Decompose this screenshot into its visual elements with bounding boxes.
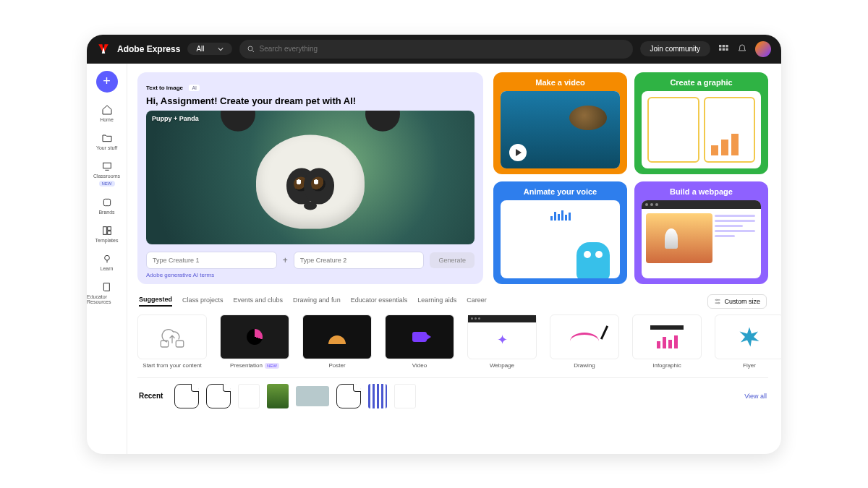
waveform-icon	[544, 205, 577, 223]
svg-rect-8	[719, 48, 721, 50]
custom-size-label: Custom size	[724, 298, 760, 305]
brand-label: Adobe Express	[117, 44, 180, 54]
card-animate-voice[interactable]: Animate your voice	[493, 181, 627, 284]
recent-item[interactable]	[238, 384, 260, 408]
view-all-link[interactable]: View all	[744, 393, 767, 400]
sidebar-item-home[interactable]: Home	[87, 101, 127, 125]
tab-educator-essentials[interactable]: Educator essentials	[351, 296, 408, 306]
svg-rect-16	[107, 231, 111, 234]
sidebar-item-brands[interactable]: Brands	[87, 194, 127, 218]
recent-item[interactable]	[174, 384, 199, 408]
brands-icon	[101, 197, 113, 208]
tpl-poster[interactable]: Poster	[302, 314, 372, 369]
recent-item[interactable]	[336, 384, 361, 408]
svg-rect-24	[176, 341, 184, 347]
templates-row: Start from your content PresentationNEW …	[137, 314, 768, 369]
chevron-down-icon	[218, 46, 224, 52]
tab-suggested[interactable]: Suggested	[139, 296, 172, 307]
apps-grid-icon[interactable]	[718, 43, 729, 55]
new-badge: NEW	[265, 363, 279, 369]
tpl-drawing[interactable]: Drawing	[550, 314, 619, 369]
new-badge: NEW	[99, 181, 115, 187]
tti-preview-label: Puppy + Panda	[152, 115, 199, 122]
tti-inputs: + Generate	[146, 252, 475, 269]
recent-item[interactable]	[368, 384, 387, 408]
recent-label: Recent	[139, 392, 163, 400]
recent-item[interactable]	[394, 384, 416, 408]
generate-button[interactable]: Generate	[430, 252, 475, 268]
svg-marker-25	[740, 327, 760, 346]
app-window: Adobe Express All Join community + Home …	[87, 35, 781, 454]
adobe-logo-icon	[97, 43, 110, 56]
body: + Home Your stuff Classrooms NEW Brands …	[87, 64, 781, 454]
svg-rect-5	[719, 45, 721, 47]
tpl-video[interactable]: Video	[385, 314, 454, 369]
folder-icon	[101, 132, 113, 144]
card-create-graphic[interactable]: Create a graphic	[634, 72, 768, 175]
card-title: Build a webpage	[642, 187, 761, 196]
sidebar-item-learn[interactable]: Learn	[87, 250, 127, 274]
bell-icon[interactable]	[736, 43, 748, 55]
tab-class-projects[interactable]: Class projects	[182, 296, 224, 306]
templates-icon	[101, 225, 113, 236]
sidebar-item-educator-resources[interactable]: Educator Resources	[87, 278, 127, 307]
tti-headline: Hi, Assignment! Create your dream pet wi…	[146, 95, 475, 106]
ai-terms-link[interactable]: Adobe generative AI terms	[146, 272, 475, 278]
pen-icon	[600, 325, 608, 339]
search-bar[interactable]	[239, 40, 633, 59]
tab-learning-aids[interactable]: Learning aids	[417, 296, 456, 306]
svg-line-4	[252, 50, 254, 52]
main-content: Text to image AI Hi, Assignment! Create …	[127, 64, 781, 454]
tpl-start-from-content[interactable]: Start from your content	[137, 314, 207, 369]
sidebar: + Home Your stuff Classrooms NEW Brands …	[87, 64, 127, 454]
pie-chart-icon	[247, 329, 263, 345]
svg-rect-14	[103, 226, 106, 234]
sidebar-item-classrooms[interactable]: Classrooms NEW	[87, 158, 127, 189]
recent-item[interactable]	[296, 386, 329, 406]
filter-dropdown[interactable]: All	[187, 43, 231, 55]
hero-row: Text to image AI Hi, Assignment! Create …	[137, 72, 768, 284]
sidebar-item-templates[interactable]: Templates	[87, 222, 127, 246]
tpl-label: Poster	[328, 362, 345, 369]
sidebar-item-label: Classrooms	[93, 174, 120, 179]
learn-icon	[101, 253, 113, 265]
classroom-icon	[101, 160, 113, 172]
search-input[interactable]	[260, 45, 626, 53]
tti-tag: Text to image	[146, 85, 183, 91]
sidebar-item-your-stuff[interactable]: Your stuff	[87, 129, 127, 153]
tpl-presentation[interactable]: PresentationNEW	[220, 314, 289, 369]
card-build-webpage[interactable]: Build a webpage	[634, 181, 768, 284]
card-title: Make a video	[501, 78, 620, 87]
recent-row: Recent View all	[137, 377, 768, 414]
join-community-button[interactable]: Join community	[640, 41, 710, 56]
tab-drawing-fun[interactable]: Drawing and fun	[293, 296, 341, 306]
tpl-flyer[interactable]: Flyer	[715, 314, 781, 369]
plus-separator: +	[283, 255, 288, 265]
recent-item[interactable]	[206, 384, 231, 408]
voice-thumb	[501, 200, 620, 278]
recent-item[interactable]	[267, 384, 289, 408]
sidebar-item-label: Templates	[95, 238, 119, 243]
card-make-video[interactable]: Make a video	[493, 72, 627, 175]
tpl-label: Flyer	[743, 362, 756, 369]
tpl-label: Infographic	[652, 362, 681, 369]
ai-badge: AI	[189, 85, 200, 91]
tab-events-clubs[interactable]: Events and clubs	[234, 296, 284, 306]
starburst-icon	[739, 326, 760, 348]
creature1-input[interactable]	[146, 252, 277, 269]
user-avatar[interactable]	[755, 41, 771, 57]
tpl-webpage[interactable]: ✦ Webpage	[467, 314, 537, 369]
sidebar-item-label: Your stuff	[96, 145, 117, 150]
book-icon	[101, 281, 113, 293]
tab-career[interactable]: Career	[467, 296, 487, 306]
upload-cloud-icon	[157, 323, 187, 351]
custom-size-button[interactable]: Custom size	[707, 294, 767, 309]
creature2-input[interactable]	[294, 252, 425, 269]
tti-preview[interactable]: Puppy + Panda	[146, 111, 475, 244]
svg-rect-6	[723, 45, 725, 47]
svg-point-22	[718, 302, 720, 304]
tpl-infographic[interactable]: Infographic	[632, 314, 702, 369]
svg-rect-23	[161, 341, 169, 347]
graphic-thumb	[642, 91, 761, 169]
create-new-button[interactable]: +	[96, 71, 118, 93]
